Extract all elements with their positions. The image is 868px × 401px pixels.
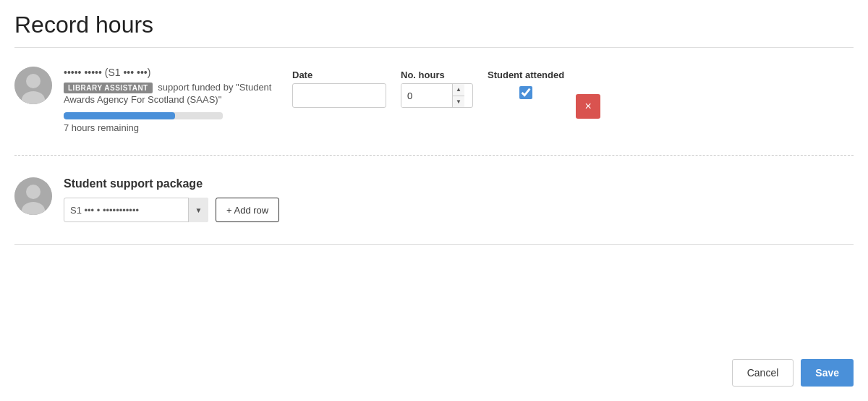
student-name-text: ••••• ••••• (S1 ••• •••) [64,67,150,78]
avatar [14,67,52,104]
date-field-col: Date [292,69,386,108]
section-divider [14,155,854,156]
student-role-line: LIBRARY ASSISTANT support funded by "Stu… [64,81,281,105]
support-select[interactable]: S1 ••• • ••••••••••• [64,198,208,222]
svg-point-1 [26,74,41,88]
progress-bar-container [64,112,223,119]
hours-label: No. hours [401,69,473,80]
progress-bar-fill [64,112,175,119]
cancel-button[interactable]: Cancel [732,359,794,387]
checkbox-container [519,86,532,99]
date-label: Date [292,69,386,80]
svg-point-4 [26,185,41,199]
add-row-button[interactable]: + Add row [216,198,279,222]
support-package-row: Student support package S1 ••• • •••••••… [14,170,854,229]
bottom-divider [14,244,854,245]
role-badge: LIBRARY ASSISTANT [64,83,153,93]
page-container: Record hours ••••• ••••• (S1 ••• •••) LI… [0,0,868,401]
hours-spinner: ▲ ▼ [401,83,473,108]
page-title: Record hours [14,12,854,38]
date-input[interactable] [292,83,386,108]
delete-button[interactable]: × [576,94,600,119]
student2-avatar [14,177,52,215]
support-content: Student support package S1 ••• • •••••••… [64,177,854,222]
attended-label: Student attended [488,69,564,82]
save-button[interactable]: Save [801,359,854,387]
support-controls: S1 ••• • ••••••••••• ▼ + Add row [64,198,854,222]
spinner-down-button[interactable]: ▼ [453,96,464,109]
footer-actions: Cancel Save [732,359,854,387]
hours-field-col: No. hours ▲ ▼ [401,69,473,108]
spinner-up-button[interactable]: ▲ [453,83,464,96]
hours-input[interactable] [401,84,452,107]
field-group: Date No. hours ▲ ▼ Student attended [292,69,564,108]
support-package-title: Student support package [64,177,854,190]
hours-remaining: 7 hours remaining [64,122,281,133]
top-divider [14,47,854,48]
spinner-buttons: ▲ ▼ [452,83,464,108]
support-select-wrapper: S1 ••• • ••••••••••• ▼ [64,198,208,222]
student-info: ••••• ••••• (S1 ••• •••) LIBRARY ASSISTA… [64,67,281,133]
student-name: ••••• ••••• (S1 ••• •••) [64,67,281,78]
attended-col: Student attended [488,69,564,99]
attended-checkbox[interactable] [519,86,532,99]
student-record-row: ••••• ••••• (S1 ••• •••) LIBRARY ASSISTA… [14,59,854,140]
